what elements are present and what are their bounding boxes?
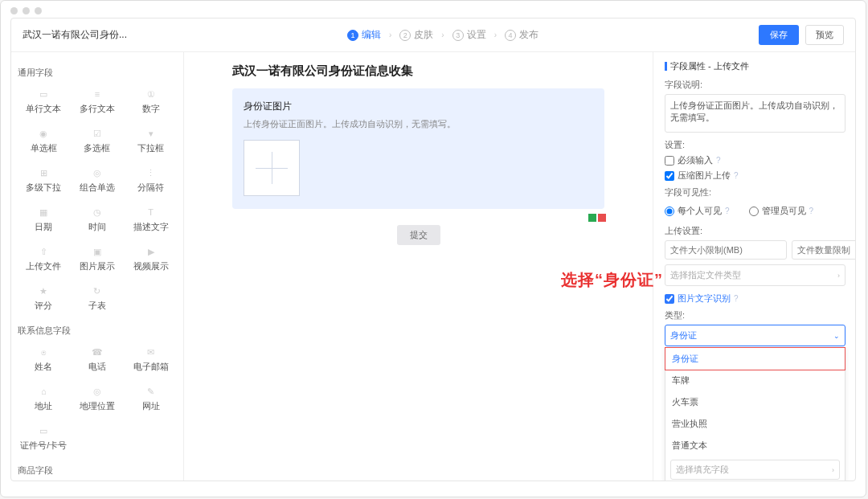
breadcrumb[interactable]: 武汉一诺有限公司身份... bbox=[23, 28, 127, 42]
fill-field-select-text[interactable]: 选择填充字段› bbox=[670, 460, 840, 480]
step-publish[interactable]: 4 发布 bbox=[505, 28, 538, 42]
form-canvas: 武汉一诺有限公司身份证信息收集 身份证图片 上传身份证正面图片。上传成功自动识别… bbox=[184, 52, 653, 481]
help-icon[interactable]: ? bbox=[725, 207, 730, 215]
label-type: 类型: bbox=[665, 309, 845, 321]
compress-checkbox[interactable]: 压缩图片上传? bbox=[665, 170, 845, 182]
palette-item[interactable]: ▾下拉框 bbox=[125, 123, 177, 161]
field-type-icon: ◎ bbox=[92, 386, 103, 397]
field-desc-input[interactable]: 上传身份证正面图片。上传成功自动识别，无需填写。 bbox=[665, 94, 845, 133]
chevron-right-icon: › bbox=[389, 31, 391, 39]
palette-item[interactable]: ⍟姓名 bbox=[18, 342, 70, 379]
required-checkbox[interactable]: 必须输入? bbox=[665, 154, 845, 166]
submit-button[interactable]: 提交 bbox=[397, 225, 440, 245]
label-settings: 设置: bbox=[665, 139, 845, 151]
palette-item[interactable]: ☎电话 bbox=[72, 342, 124, 379]
field-type-icon: ▦ bbox=[38, 207, 49, 218]
type-option-train[interactable]: 火车票 bbox=[665, 391, 845, 413]
field-type-icon: ⍟ bbox=[38, 346, 49, 358]
window-frame: 武汉一诺有限公司身份... 1 编辑 › 2 皮肤 › 3 设置 bbox=[0, 0, 866, 497]
palette-item[interactable]: ↻子表 bbox=[72, 280, 124, 318]
palette-item-label: 数字 bbox=[142, 103, 160, 115]
palette-item-label: 日期 bbox=[35, 221, 52, 233]
palette-item-label: 单选框 bbox=[31, 142, 57, 154]
palette-item[interactable]: ◎组合单选 bbox=[72, 162, 124, 200]
chevron-right-icon: › bbox=[837, 272, 840, 280]
palette-item-label: 子表 bbox=[88, 300, 106, 312]
palette-item[interactable]: T描述文字 bbox=[125, 202, 177, 239]
help-icon[interactable]: ? bbox=[734, 171, 739, 180]
palette-item[interactable]: ▭单行文本 bbox=[18, 84, 70, 121]
help-icon[interactable]: ? bbox=[734, 294, 739, 303]
palette-item-label: 电话 bbox=[88, 361, 106, 373]
help-icon[interactable]: ? bbox=[809, 207, 814, 215]
save-button[interactable]: 保存 bbox=[759, 25, 799, 45]
type-option-plate[interactable]: 车牌 bbox=[665, 370, 845, 391]
palette-item[interactable]: ☑多选框 bbox=[72, 123, 124, 161]
chevron-down-icon: ⌄ bbox=[833, 332, 840, 340]
maxsize-input[interactable] bbox=[665, 240, 787, 260]
field-type-icon: ▶ bbox=[145, 246, 157, 257]
step-settings[interactable]: 3 设置 bbox=[452, 28, 486, 42]
type-select[interactable]: 身份证⌄ bbox=[665, 325, 845, 346]
card-add-icon[interactable] bbox=[588, 214, 596, 222]
palette-item-label: 电子邮箱 bbox=[133, 361, 169, 373]
visibility-everyone-radio[interactable]: 每个人可见? bbox=[665, 205, 730, 217]
field-type-icon: ✎ bbox=[145, 386, 157, 397]
palette-item-label: 地址 bbox=[35, 400, 52, 412]
wizard-steps: 1 编辑 › 2 皮肤 › 3 设置 › 4 bbox=[347, 28, 538, 42]
step-edit[interactable]: 1 编辑 bbox=[347, 28, 381, 42]
label-field-desc: 字段说明: bbox=[665, 79, 845, 91]
palette-item-label: 视频展示 bbox=[133, 260, 169, 272]
palette-item[interactable]: ①数字 bbox=[125, 84, 177, 121]
palette-item-label: 多选框 bbox=[84, 142, 110, 154]
type-option-idcard[interactable]: 身份证 bbox=[665, 347, 845, 370]
type-option-license[interactable]: 营业执照 bbox=[665, 413, 845, 435]
field-type-icon: ① bbox=[145, 88, 157, 100]
palette-item-label: 单行文本 bbox=[26, 103, 61, 115]
palette-item[interactable]: ▭证件号/卡号 bbox=[18, 420, 70, 458]
field-card-idphoto[interactable]: 身份证图片 上传身份证正面图片。上传成功自动识别，无需填写。 bbox=[232, 88, 604, 209]
palette-item[interactable]: ⇧上传文件 bbox=[18, 241, 70, 279]
chevron-right-icon: › bbox=[494, 31, 497, 39]
palette-item[interactable]: ★评分 bbox=[18, 280, 70, 318]
step-skin[interactable]: 2 皮肤 bbox=[399, 28, 433, 42]
type-option-plaintext[interactable]: 普通文本 bbox=[665, 435, 845, 456]
field-type-icon: ⊞ bbox=[38, 167, 49, 178]
palette-item[interactable]: ⌂地址 bbox=[18, 381, 70, 419]
field-type-icon: ✉ bbox=[145, 346, 157, 358]
palette-item[interactable]: ✎网址 bbox=[125, 381, 177, 419]
filetype-select[interactable]: 选择指定文件类型› bbox=[665, 264, 845, 286]
chevron-right-icon: › bbox=[441, 31, 444, 39]
form-title[interactable]: 武汉一诺有限公司身份证信息收集 bbox=[232, 63, 604, 79]
palette-item[interactable]: ▶视频展示 bbox=[125, 241, 177, 279]
palette-item[interactable]: ⋮分隔符 bbox=[125, 162, 177, 200]
type-dropdown: 身份证 车牌 火车票 营业执照 普通文本 选择填充字段› bbox=[665, 347, 845, 481]
upload-slot[interactable] bbox=[244, 140, 300, 196]
palette-item[interactable]: ✉电子邮箱 bbox=[125, 342, 177, 379]
maxcount-input[interactable] bbox=[792, 240, 855, 260]
card-desc: 上传身份证正面图片。上传成功自动识别，无需填写。 bbox=[244, 118, 593, 130]
palette-item-label: 网址 bbox=[142, 400, 160, 412]
palette-item-label: 组合单选 bbox=[80, 182, 115, 194]
palette-item-label: 描述文字 bbox=[133, 221, 169, 233]
palette-section-product: 商品字段 bbox=[18, 464, 177, 477]
field-palette: 通用字段 ▭单行文本≡多行文本①数字◉单选框☑多选框▾下拉框⊞多级下拉◎组合单选… bbox=[11, 52, 184, 481]
ocr-checkbox[interactable]: 图片文字识别? bbox=[665, 292, 845, 305]
label-visibility: 字段可见性: bbox=[665, 186, 845, 198]
card-actions bbox=[588, 214, 606, 222]
palette-item[interactable]: ◎地理位置 bbox=[72, 381, 124, 419]
palette-item[interactable]: ◷时间 bbox=[72, 202, 124, 239]
palette-item[interactable]: ≡多行文本 bbox=[72, 84, 124, 121]
palette-item[interactable]: ◉单选框 bbox=[18, 123, 70, 161]
title-bar-dots bbox=[1, 1, 866, 18]
preview-button[interactable]: 预览 bbox=[805, 25, 844, 45]
palette-item-label: 上传文件 bbox=[26, 260, 61, 272]
palette-item-label: 下拉框 bbox=[137, 142, 164, 154]
visibility-admin-radio[interactable]: 管理员可见? bbox=[749, 205, 814, 217]
help-icon[interactable]: ? bbox=[716, 156, 721, 165]
palette-item[interactable]: ▣图片展示 bbox=[72, 241, 124, 279]
palette-item[interactable]: ▦日期 bbox=[18, 202, 70, 239]
card-delete-icon[interactable] bbox=[598, 214, 606, 222]
palette-item[interactable]: ⊞多级下拉 bbox=[18, 162, 70, 200]
palette-section-general: 通用字段 bbox=[18, 67, 177, 79]
